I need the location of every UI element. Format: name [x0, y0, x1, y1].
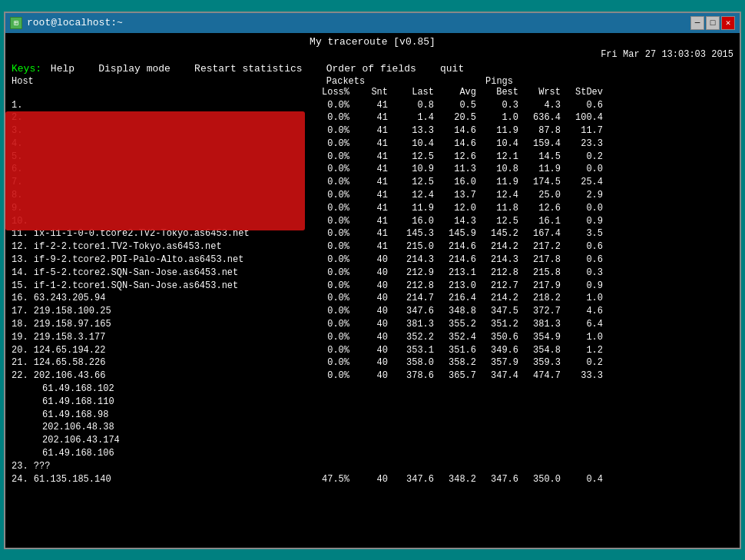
wrst-cell: 215.8: [518, 267, 561, 280]
last-cell: 10.4: [388, 138, 434, 151]
best-cell: 351.2: [476, 318, 518, 331]
window-title: root@localhost:~: [27, 17, 123, 28]
last-cell: 358.0: [388, 356, 434, 369]
loss-cell: 0.0%: [303, 138, 349, 151]
snt-cell: 40: [349, 344, 388, 357]
table-row: 24. 61.135.185.140 47.5% 40 347.6 348.2 …: [5, 473, 740, 486]
best-cell: 145.2: [476, 227, 518, 240]
last-cell: 10.9: [388, 163, 434, 176]
last-cell: 212.8: [388, 280, 434, 293]
loss-cell: 0.0%: [303, 151, 349, 164]
last-cell: 11.9: [388, 202, 434, 215]
avg-cell: 355.2: [434, 318, 476, 331]
host-cell: 16. 63.243.205.94: [12, 292, 303, 305]
host-cell: 8.: [12, 189, 303, 202]
table-row: 23. ???: [5, 460, 740, 473]
table-row: 14. if-5-2.tcore2.SQN-San-Jose.as6453.ne…: [5, 267, 740, 280]
title-bar: ⊞ root@localhost:~ ─ □ ✕: [5, 13, 740, 33]
snt-cell: [349, 460, 388, 473]
best-cell: 214.3: [476, 253, 518, 267]
snt-cell: 41: [349, 240, 388, 253]
quit-menu[interactable]: quit: [440, 63, 464, 75]
avg-cell: 214.6: [434, 240, 476, 253]
loss-cell: 0.0%: [303, 305, 349, 318]
snt-cell: 41: [349, 227, 388, 240]
last-cell: 0.8: [388, 99, 434, 112]
snt-cell: 40: [349, 473, 388, 486]
best-cell: 214.2: [476, 292, 518, 305]
stdev-cell: 0.9: [561, 280, 603, 293]
stdev-cell: 4.6: [561, 305, 603, 318]
pings-header: Pings: [388, 76, 611, 87]
data-rows: 1. 0.0% 41 0.8 0.5 0.3 4.3 0.6 2. 0.0% 4…: [5, 99, 740, 486]
best-cell: 12.5: [476, 215, 518, 228]
avg-cell: 213.0: [434, 280, 476, 293]
best-cell: 212.8: [476, 267, 518, 280]
extra-host-row: 202.106.43.174: [5, 434, 740, 447]
stdev-cell: 0.3: [561, 267, 603, 280]
stdev-cell: 23.3: [561, 138, 603, 151]
loss-cell: 0.0%: [303, 99, 349, 112]
extra-host-row: 202.106.48.38: [5, 421, 740, 434]
snt-cell: 41: [349, 138, 388, 151]
table-row: 18. 219.158.97.165 0.0% 40 381.3 355.2 3…: [5, 318, 740, 331]
table-row: 2. 0.0% 41 1.4 20.5 1.0 636.4 100.4: [5, 111, 740, 124]
best-cell: 11.9: [476, 124, 518, 138]
best-cell: 212.7: [476, 280, 518, 293]
last-header: Last: [388, 87, 434, 98]
avg-cell: 16.0: [434, 176, 476, 189]
snt-cell: 41: [349, 124, 388, 138]
wrst-cell: 217.2: [518, 240, 561, 253]
host-cell: 5.: [12, 151, 303, 164]
avg-cell: 13.7: [434, 189, 476, 202]
last-cell: 381.3: [388, 318, 434, 331]
wrst-cell: 217.8: [518, 253, 561, 267]
stdev-cell: 0.0: [561, 163, 603, 176]
help-menu[interactable]: Help: [51, 63, 74, 75]
wrst-cell: 174.5: [518, 176, 561, 189]
stdev-cell: 0.4: [561, 473, 603, 486]
avg-cell: 348.8: [434, 305, 476, 318]
table-row: 10. 0.0% 41 16.0 14.3 12.5 16.1 0.9: [5, 215, 740, 228]
last-cell: 214.7: [388, 292, 434, 305]
display-mode-menu[interactable]: Display mode: [98, 63, 171, 75]
host-cell: 3.: [12, 124, 303, 138]
best-cell: 12.4: [476, 189, 518, 202]
rows-container: 1. 0.0% 41 0.8 0.5 0.3 4.3 0.6 2. 0.0% 4…: [5, 99, 740, 548]
table-row: 13. if-9-2.tcore2.PDI-Palo-Alto.as6453.n…: [5, 253, 740, 267]
table-row: 8. 0.0% 41 12.4 13.7 12.4 25.0 2.9: [5, 189, 740, 202]
wrst-cell: [518, 460, 561, 473]
snt-cell: 40: [349, 369, 388, 383]
order-fields-menu[interactable]: Order of fields: [326, 63, 416, 75]
stdev-cell: 11.7: [561, 124, 603, 138]
host-cell: 12. if-2-2.tcore1.TV2-Tokyo.as6453.net: [12, 240, 303, 253]
host-cell: 13. if-9-2.tcore2.PDI-Palo-Alto.as6453.n…: [12, 253, 303, 267]
host-cell: 23. ???: [12, 460, 303, 473]
wrst-cell: 11.9: [518, 163, 561, 176]
close-button[interactable]: ✕: [721, 16, 735, 30]
extra-host-row: 61.49.168.102: [5, 383, 740, 396]
maximize-button[interactable]: □: [706, 16, 720, 30]
stdev-cell: 0.2: [561, 151, 603, 164]
last-cell: 352.2: [388, 331, 434, 344]
minimize-button[interactable]: ─: [690, 16, 704, 30]
loss-cell: 0.0%: [303, 253, 349, 267]
avg-cell: 214.6: [434, 253, 476, 267]
stdev-cell: 1.2: [561, 344, 603, 357]
last-cell: 353.1: [388, 344, 434, 357]
snt-cell: 40: [349, 318, 388, 331]
last-cell: 215.0: [388, 240, 434, 253]
host-cell: 2.: [12, 111, 303, 124]
menu-bar: Keys: Help Display mode Restart statisti…: [5, 61, 740, 76]
avg-cell: 0.5: [434, 99, 476, 112]
mtr-title: My traceroute [v0.85]: [5, 33, 740, 49]
wrst-cell: 218.2: [518, 292, 561, 305]
table-row: 3. 0.0% 41 13.3 14.6 11.9 87.8 11.7: [5, 124, 740, 138]
snt-cell: 41: [349, 163, 388, 176]
wrst-cell: 474.7: [518, 369, 561, 383]
wrst-cell: 14.5: [518, 151, 561, 164]
restart-stats-menu[interactable]: Restart statistics: [194, 63, 302, 75]
loss-cell: 0.0%: [303, 369, 349, 383]
stdev-cell: 0.6: [561, 240, 603, 253]
snt-cell: 41: [349, 189, 388, 202]
